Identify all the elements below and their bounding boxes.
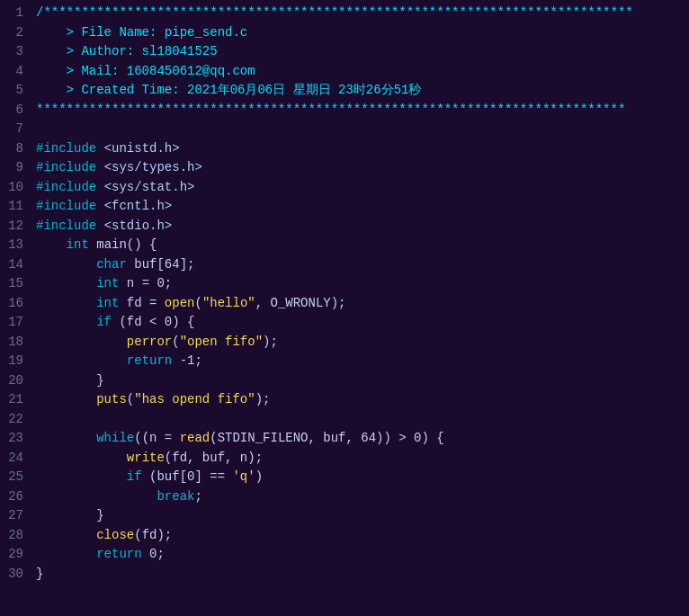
token: fd = [119,296,164,310]
code-line: 17 if (fd < 0) { [0,313,689,333]
code-line: 12#include <stdio.h> [0,217,689,237]
token: char [96,257,127,272]
token: int [96,276,119,290]
token [36,431,96,445]
line-content: #include <fcntl.h> [32,197,689,217]
token: 0; [142,547,165,561]
line-content: int n = 0; [32,274,689,294]
token [36,353,127,368]
token: ( [172,335,179,349]
token: <sys/types.h> [104,160,202,174]
token: read [180,431,210,445]
token: #include [36,180,104,194]
token: /***************************************… [36,5,633,20]
token [36,489,157,504]
code-line: 13 int main() { [0,236,689,255]
line-content: #include <sys/stat.h> [32,178,689,198]
code-line: 2 > File Name: pipe_send.c [0,23,689,43]
code-line: 19 return -1; [0,352,689,371]
line-content: #include <sys/types.h> [32,158,689,178]
token: buf[64]; [127,257,195,272]
line-content: write(fd, buf, n); [32,449,689,469]
code-line: 20 } [0,371,689,391]
line-number: 14 [0,255,32,275]
token: <fcntl.h> [104,199,173,213]
line-number: 13 [0,236,32,255]
line-content: if (fd < 0) { [32,313,689,333]
line-content: return 0; [32,545,689,565]
token: n = 0; [119,276,172,290]
line-number: 10 [0,178,32,198]
token: #include [36,199,104,213]
line-number: 26 [0,487,32,507]
token: close [96,528,134,542]
line-number: 25 [0,468,32,487]
token: ( [194,296,201,310]
token: int [67,237,89,252]
line-content: char buf[64]; [32,255,689,275]
token: main() { [89,237,157,252]
token: ) [255,469,263,484]
token [36,469,127,484]
token: while [96,431,134,445]
line-number: 5 [0,81,32,101]
line-content: } [32,371,689,391]
code-line: 21 puts("has opend fifo"); [0,390,689,410]
code-line: 4 > Mail: 1608450612@qq.com [0,62,689,82]
line-number: 2 [0,23,32,43]
line-content: if (buf[0] == 'q') [32,468,689,487]
code-editor: 1/**************************************… [0,0,689,587]
token: <stdio.h> [104,219,173,233]
token [36,237,67,252]
token: #include [36,160,104,174]
line-number: 24 [0,449,32,469]
token: -1; [172,353,202,368]
token: #include [36,141,104,156]
line-content: return -1; [32,352,689,371]
code-line: 29 return 0; [0,545,689,565]
token: return [127,353,172,368]
line-number: 17 [0,313,32,333]
line-number: 8 [0,139,32,159]
line-content: int main() { [32,236,689,255]
code-line: 18 perror("open fifo"); [0,333,689,353]
token [36,315,96,329]
code-line: 6***************************************… [0,101,689,121]
line-content: > Author: sl18041525 [32,42,689,62]
line-number: 12 [0,217,32,237]
token: "hello" [202,296,255,310]
line-number: 20 [0,371,32,391]
token: ****************************************… [36,103,625,117]
line-content: /***************************************… [32,4,689,23]
token: ( [127,392,134,406]
line-content: break; [32,487,689,507]
line-number: 7 [0,120,32,139]
line-number: 29 [0,545,32,565]
code-line: 30} [0,565,689,585]
code-line: 26 break; [0,487,689,507]
line-number: 27 [0,506,32,526]
line-number: 28 [0,526,32,546]
line-number: 18 [0,333,32,353]
line-content [32,120,689,139]
code-line: 1/**************************************… [0,4,689,23]
code-line: 23 while((n = read(STDIN_FILENO, buf, 64… [0,429,689,449]
token: ); [263,335,278,349]
line-number: 11 [0,197,32,217]
line-number: 22 [0,410,32,430]
token [36,392,96,406]
token: > Created Time: 2021年06月06日 星期日 23时26分51… [36,83,421,97]
code-line: 11#include <fcntl.h> [0,197,689,217]
token: } [36,508,104,522]
line-content: int fd = open("hello", O_WRONLY); [32,294,689,314]
code-line: 3 > Author: sl18041525 [0,42,689,62]
code-line: 9#include <sys/types.h> [0,158,689,178]
line-content: #include <stdio.h> [32,217,689,237]
line-content: > File Name: pipe_send.c [32,23,689,43]
line-content [32,410,689,430]
line-content: } [32,565,689,585]
code-line: 8#include <unistd.h> [0,139,689,159]
token: open [165,296,195,310]
token [36,335,127,349]
code-line: 7 [0,120,689,139]
